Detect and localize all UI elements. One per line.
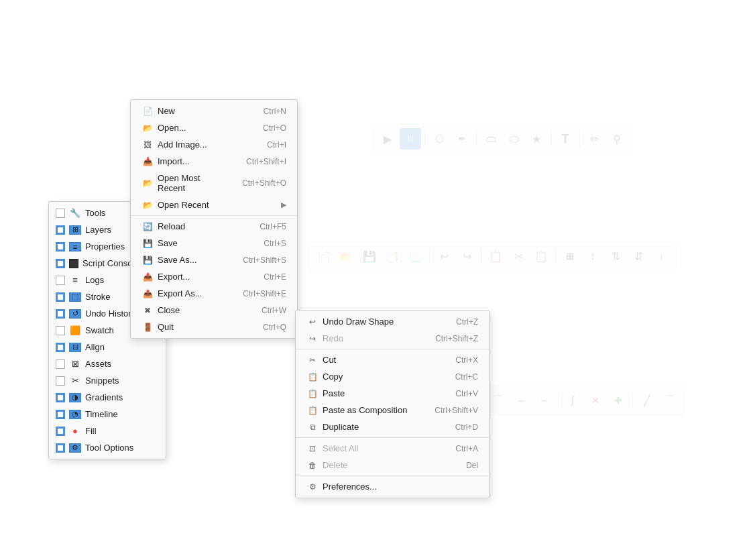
- layers-label: Layers: [85, 225, 111, 235]
- edit-menu: ↩ Undo Draw Shape Ctrl+Z ↪ Redo Ctrl+Shi…: [295, 310, 490, 498]
- timeline-checkbox: [56, 410, 65, 419]
- menu-reload[interactable]: 🔄 Reload Ctrl+F5: [131, 218, 297, 235]
- tool-options-label: Tool Options: [85, 443, 133, 453]
- save-icon: 💾: [141, 239, 154, 248]
- export-icon: 📤: [141, 272, 154, 282]
- panel-gradients[interactable]: ◑ Gradients: [49, 389, 166, 406]
- menu-save-as[interactable]: 💾 Save As... Ctrl+Shift+S: [131, 251, 297, 268]
- fill-label: Fill: [85, 426, 97, 436]
- gradients-label: Gradients: [85, 392, 123, 402]
- menu-quit[interactable]: 🚪 Quit Ctrl+Q: [131, 319, 297, 335]
- menu-save[interactable]: 💾 Save Ctrl+S: [131, 235, 297, 251]
- script-console-checkbox: [56, 259, 65, 268]
- menu-save-as-shortcut: Ctrl+Shift+S: [243, 256, 286, 265]
- edit-paste-shortcut: Ctrl+V: [455, 389, 478, 398]
- menu-open-recent[interactable]: 📂 Open Recent ▶: [131, 197, 297, 213]
- edit-select-all-shortcut: Ctrl+A: [455, 444, 478, 453]
- export-as-icon: 📤: [141, 289, 154, 298]
- edit-paste-composition-label: Paste as Composition: [323, 405, 421, 415]
- copy-icon: 📋: [306, 372, 319, 382]
- edit-cut[interactable]: ✂ Cut Ctrl+X: [296, 351, 489, 368]
- save-as-icon: 💾: [141, 256, 154, 265]
- tool-options-icon: ⚙: [69, 443, 81, 453]
- menu-open-most-recent-label: Open Most Recent: [158, 173, 229, 193]
- menu-save-as-label: Save As...: [158, 255, 229, 265]
- stroke-label: Stroke: [85, 292, 111, 302]
- menu-open-recent-most[interactable]: 📂 Open Most Recent Ctrl+Shift+O: [131, 170, 297, 197]
- edit-paste-composition[interactable]: 📋 Paste as Composition Ctrl+Shift+V: [296, 402, 489, 418]
- menu-reload-label: Reload: [158, 221, 246, 231]
- edit-sep3: [296, 475, 489, 476]
- menu-close[interactable]: ✖ Close Ctrl+W: [131, 302, 297, 319]
- edit-copy[interactable]: 📋 Copy Ctrl+C: [296, 368, 489, 385]
- panel-align[interactable]: ⊟ Align: [49, 339, 166, 355]
- preferences-icon: ⚙: [306, 482, 319, 492]
- panel-tool-options[interactable]: ⚙ Tool Options: [49, 439, 166, 456]
- edit-sep2: [296, 437, 489, 438]
- edit-undo[interactable]: ↩ Undo Draw Shape Ctrl+Z: [296, 313, 489, 330]
- swatch-icon: 🟧: [69, 326, 81, 335]
- file-menu: 📄 New Ctrl+N 📂 Open... Ctrl+O 🖼 Add Imag…: [130, 99, 298, 339]
- menu-export-as-label: Export As...: [158, 288, 229, 298]
- menu-new[interactable]: 📄 New Ctrl+N: [131, 103, 297, 119]
- panel-timeline[interactable]: ◔ Timeline: [49, 406, 166, 423]
- properties-icon: ≡: [69, 242, 81, 251]
- fill-checkbox: [56, 427, 65, 436]
- edit-preferences[interactable]: ⚙ Preferences...: [296, 478, 489, 495]
- tools-label: Tools: [85, 208, 105, 218]
- edit-select-all[interactable]: ⊡ Select All Ctrl+A: [296, 440, 489, 457]
- edit-redo[interactable]: ↪ Redo Ctrl+Shift+Z: [296, 330, 489, 347]
- edit-delete[interactable]: 🗑 Delete Del: [296, 457, 489, 473]
- menu-quit-shortcut: Ctrl+Q: [263, 323, 286, 332]
- menu-import-shortcut: Ctrl+Shift+I: [246, 157, 286, 166]
- menu-add-image-shortcut: Ctrl+I: [267, 140, 286, 150]
- cut-icon: ✂: [306, 355, 319, 365]
- menu-open-recent-label: Open Recent: [158, 200, 281, 210]
- open-recent-arrow: ▶: [281, 201, 286, 209]
- menu-open-most-recent-shortcut: Ctrl+Shift+O: [242, 178, 286, 188]
- menu-export-shortcut: Ctrl+E: [264, 272, 286, 282]
- paste-composition-icon: 📋: [306, 406, 319, 415]
- menu-quit-label: Quit: [158, 322, 249, 332]
- edit-duplicate[interactable]: ⧉ Duplicate Ctrl+D: [296, 418, 489, 435]
- align-checkbox: [56, 343, 65, 352]
- assets-icon: ⊠: [69, 359, 81, 369]
- panel-assets[interactable]: ⊠ Assets: [49, 355, 166, 372]
- menu-import[interactable]: 📥 Import... Ctrl+Shift+I: [131, 153, 297, 170]
- edit-copy-label: Copy: [323, 372, 442, 382]
- gradients-checkbox: [56, 393, 65, 402]
- menu-new-label: New: [158, 106, 250, 116]
- edit-undo-label: Undo Draw Shape: [323, 317, 443, 327]
- assets-checkbox: [56, 359, 65, 369]
- undo-history-checkbox: [56, 309, 65, 319]
- fill-icon: ●: [69, 427, 81, 436]
- menu-export[interactable]: 📤 Export... Ctrl+E: [131, 268, 297, 285]
- reload-icon: 🔄: [141, 222, 154, 231]
- menu-import-label: Import...: [158, 156, 233, 166]
- menu-reload-shortcut: Ctrl+F5: [260, 222, 286, 231]
- undo-history-label: Undo History: [85, 309, 135, 319]
- panel-fill[interactable]: ● Fill: [49, 423, 166, 439]
- open-most-recent-icon: 📂: [141, 178, 154, 188]
- properties-label: Properties: [85, 241, 125, 251]
- swatch-checkbox: [56, 326, 65, 335]
- edit-paste[interactable]: 📋 Paste Ctrl+V: [296, 385, 489, 402]
- timeline-label: Timeline: [85, 409, 118, 419]
- close-icon: ✖: [141, 306, 154, 315]
- edit-duplicate-shortcut: Ctrl+D: [455, 423, 478, 432]
- tools-checkbox: [56, 209, 65, 218]
- menu-export-as[interactable]: 📤 Export As... Ctrl+Shift+E: [131, 285, 297, 302]
- undo-history-icon: ↺: [69, 309, 81, 319]
- stroke-checkbox: [56, 292, 65, 302]
- menu-export-label: Export...: [158, 272, 250, 282]
- add-image-icon: 🖼: [141, 140, 154, 150]
- menu-add-image[interactable]: 🖼 Add Image... Ctrl+I: [131, 136, 297, 153]
- menu-save-shortcut: Ctrl+S: [264, 239, 286, 248]
- layers-icon: ⊞: [69, 225, 81, 235]
- edit-cut-label: Cut: [323, 355, 442, 365]
- panel-snippets[interactable]: ✂ Snippets: [49, 372, 166, 389]
- quit-icon: 🚪: [141, 323, 154, 332]
- menu-new-shortcut: Ctrl+N: [264, 107, 286, 116]
- import-icon: 📥: [141, 157, 154, 166]
- menu-open[interactable]: 📂 Open... Ctrl+O: [131, 119, 297, 136]
